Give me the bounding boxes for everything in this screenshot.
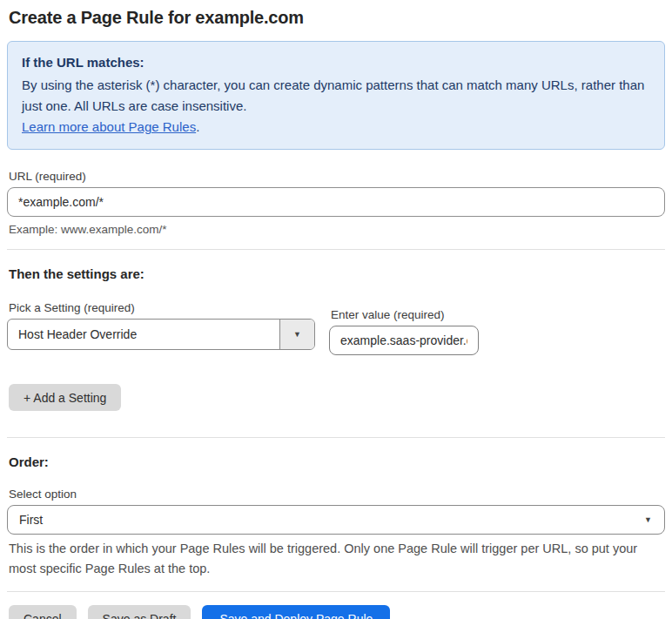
info-box-heading: If the URL matches: [22, 52, 650, 73]
order-heading: Order: [7, 454, 665, 469]
pick-setting-value: Host Header Override [8, 320, 279, 349]
order-help-text: This is the order in which your Page Rul… [7, 539, 651, 579]
pick-setting-column: Pick a Setting (required) Host Header Ov… [7, 301, 315, 350]
url-label: URL (required) [7, 170, 665, 183]
settings-heading: Then the settings are: [7, 266, 665, 281]
url-example-hint: Example: www.example.com/* [7, 223, 665, 236]
chevron-down-icon: ▼ [644, 515, 652, 524]
cancel-button[interactable]: Cancel [9, 605, 77, 619]
learn-more-link[interactable]: Learn more about Page Rules [22, 119, 196, 134]
info-box-body: By using the asterisk (*) character, you… [22, 75, 650, 117]
pick-setting-dropdown[interactable]: Host Header Override ▼ [7, 319, 315, 350]
pick-setting-label: Pick a Setting (required) [7, 301, 315, 314]
page-title: Create a Page Rule for example.com [7, 8, 665, 28]
select-option-label: Select option [7, 488, 665, 501]
divider [7, 591, 665, 592]
settings-section: Then the settings are: Pick a Setting (r… [7, 266, 665, 424]
order-select[interactable]: First ▼ [7, 505, 665, 535]
divider [7, 249, 665, 250]
dropdown-arrow-button[interactable]: ▼ [279, 320, 314, 349]
chevron-down-icon: ▼ [293, 330, 301, 339]
url-section: URL (required) Example: www.example.com/… [7, 170, 665, 236]
divider [7, 437, 665, 438]
setting-value-input[interactable] [329, 326, 479, 355]
save-and-deploy-button[interactable]: Save and Deploy Page Rule [202, 605, 390, 619]
order-select-value: First [19, 513, 43, 527]
link-suffix: . [196, 119, 199, 134]
page-rule-form: Create a Page Rule for example.com If th… [0, 0, 672, 619]
info-box-link-line: Learn more about Page Rules. [22, 117, 650, 138]
url-input[interactable] [7, 187, 665, 217]
order-section: Order: Select option First ▼ This is the… [7, 454, 665, 579]
enter-value-column: Enter value (required) [329, 301, 479, 355]
setting-row: Pick a Setting (required) Host Header Ov… [7, 301, 665, 355]
save-as-draft-button[interactable]: Save as Draft [88, 605, 192, 619]
url-matches-info-box: If the URL matches: By using the asteris… [7, 41, 665, 150]
add-setting-button[interactable]: + Add a Setting [9, 384, 121, 411]
footer-actions: Cancel Save as Draft Save and Deploy Pag… [7, 605, 665, 619]
enter-value-label: Enter value (required) [329, 308, 479, 321]
